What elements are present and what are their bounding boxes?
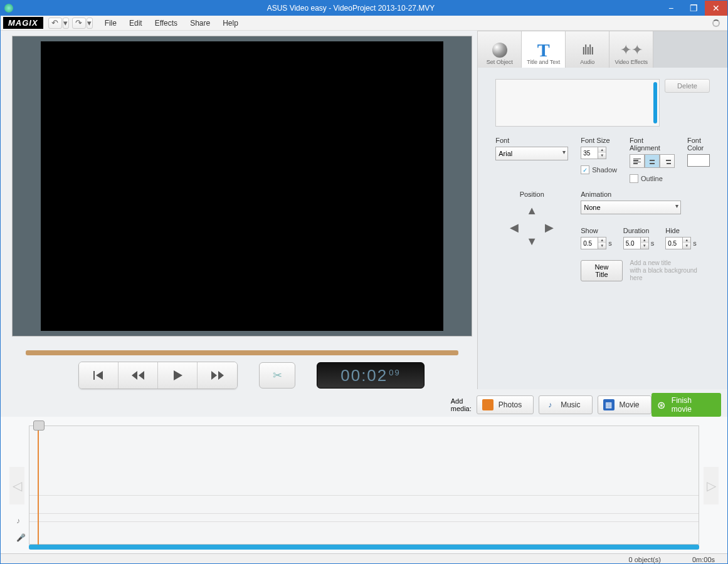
menu-file[interactable]: File (98, 17, 123, 29)
audio-icon: ılılı (582, 41, 593, 59)
tab-set-object[interactable]: Set Object (478, 31, 522, 68)
app-icon (4, 4, 13, 13)
tab-audio[interactable]: ılılı Audio (566, 31, 609, 68)
finish-movie-button[interactable]: ⊛Finish movie (652, 393, 721, 417)
hide-input[interactable] (665, 237, 683, 249)
timeline-scrollbar[interactable] (29, 545, 699, 550)
menu-share[interactable]: Share (184, 17, 216, 29)
outline-label: Outline (641, 175, 663, 182)
preview-area: ✂ 00:0209 (1, 31, 477, 389)
timeline-nav-right[interactable]: ▷ (704, 467, 719, 504)
position-label: Position (520, 191, 544, 198)
position-up[interactable]: ▲ (526, 204, 537, 217)
redo-button[interactable]: ↷ (72, 18, 86, 29)
show-spinner[interactable]: ▲▼ (581, 237, 606, 249)
movie-icon: ▦ (603, 399, 615, 410)
preview-video[interactable] (41, 41, 443, 331)
tab-video-effects[interactable]: ✦✦ Video Effects (609, 31, 653, 68)
side-panel: Set Object T Title and Text ılılı Audio … (477, 31, 727, 389)
menu-bar: MAGIX ↶ ▾ ↷ ▾ File Edit Effects Share He… (1, 16, 727, 31)
sphere-icon (492, 43, 507, 58)
close-button[interactable]: ✕ (705, 1, 727, 16)
position-down[interactable]: ▼ (526, 235, 537, 248)
tab-title-text[interactable]: T Title and Text (522, 31, 566, 68)
media-bar: Add media: Photos ♪Music ▦Movie ⊛Finish … (1, 389, 727, 417)
undo-button[interactable]: ↶ (48, 18, 62, 29)
timeline-nav-left[interactable]: ◁ (9, 467, 24, 504)
photos-icon (482, 399, 493, 410)
duration-spinner[interactable]: ▲▼ (623, 237, 649, 249)
shadow-checkbox[interactable]: ✓ (581, 165, 589, 174)
shadow-label: Shadow (592, 166, 617, 174)
rewind-button[interactable] (119, 362, 158, 389)
menu-edit[interactable]: Edit (123, 17, 149, 29)
timecode-frac: 09 (389, 368, 400, 377)
align-left-button[interactable] (630, 154, 645, 168)
minimize-button[interactable]: − (660, 1, 682, 16)
alignment-label: Font Alignment (630, 137, 675, 152)
object-count: 0 object(s) (629, 556, 661, 563)
hide-spinner[interactable]: ▲▼ (665, 237, 691, 249)
fastforward-button[interactable] (198, 362, 237, 389)
photos-button[interactable]: Photos (477, 395, 534, 414)
timeline-track[interactable] (29, 426, 699, 545)
skip-start-button[interactable] (79, 362, 119, 389)
reel-icon: ⊛ (657, 399, 667, 410)
playback-controls (78, 362, 238, 389)
menu-help[interactable]: Help (216, 17, 245, 29)
play-button[interactable] (158, 362, 198, 389)
music-icon: ♪ (544, 399, 556, 410)
status-bar: 0 object(s) 0m:00s (1, 553, 727, 564)
animation-select[interactable]: None (581, 201, 681, 214)
mic-track-icon: 🎤 (16, 533, 26, 542)
align-center-button[interactable] (645, 154, 660, 168)
duration-label: Duration (623, 227, 655, 234)
font-size-input[interactable] (581, 147, 598, 159)
position-left[interactable]: ◀ (510, 221, 519, 234)
animation-label: Animation (581, 191, 710, 198)
show-input[interactable] (581, 237, 598, 249)
timecode-main: 00:02 (340, 366, 388, 385)
undo-dropdown[interactable]: ▾ (63, 18, 69, 29)
show-label: Show (581, 227, 612, 234)
title-bar: ASUS Video easy - VideoProject 2013-10-2… (1, 1, 727, 16)
movie-button[interactable]: ▦Movie (598, 395, 652, 414)
busy-icon (712, 19, 720, 27)
preview-progress[interactable] (26, 350, 458, 355)
delete-button[interactable]: Delete (665, 79, 710, 93)
spin-down[interactable]: ▼ (598, 153, 606, 159)
font-size-label: Font Size (581, 137, 617, 144)
total-time: 0m:00s (692, 556, 715, 563)
title-text-input[interactable] (495, 79, 660, 127)
sparkle-icon: ✦✦ (620, 41, 643, 59)
preview-frame (12, 36, 472, 337)
window-title: ASUS Video easy - VideoProject 2013-10-2… (17, 4, 660, 13)
menu-effects[interactable]: Effects (149, 17, 184, 29)
new-title-button[interactable]: New Title (581, 260, 622, 281)
playhead[interactable] (38, 426, 39, 545)
music-button[interactable]: ♪Music (539, 395, 592, 414)
spin-up[interactable]: ▲ (598, 147, 606, 153)
font-size-spinner[interactable]: ▲▼ (581, 147, 617, 159)
cut-button[interactable]: ✂ (259, 362, 295, 389)
audio-track-icon: ♪ (16, 516, 20, 525)
new-title-hint: Add a new titlewith a black background h… (630, 259, 710, 282)
outline-checkbox[interactable] (630, 174, 638, 183)
position-pad: ▲ ▼ ◀ ▶ (510, 204, 554, 248)
maximize-button[interactable]: ❐ (682, 1, 705, 16)
title-icon: T (537, 41, 550, 59)
text-scrollbar[interactable] (653, 82, 657, 123)
align-right-button[interactable] (660, 154, 675, 168)
magix-logo: MAGIX (3, 17, 43, 29)
font-color-swatch[interactable] (687, 154, 710, 167)
timeline-area: ◁ ▷ ♪ 🎤 (1, 417, 727, 553)
add-media-label: Add media: (451, 397, 472, 412)
font-label: Font (495, 137, 568, 144)
timecode-display: 00:0209 (317, 362, 425, 389)
position-right[interactable]: ▶ (545, 221, 554, 234)
font-select[interactable]: Arial (495, 147, 568, 160)
font-color-label: Font Color (687, 137, 710, 152)
redo-dropdown[interactable]: ▾ (87, 18, 93, 29)
hide-label: Hide (665, 227, 697, 234)
duration-input[interactable] (623, 237, 641, 249)
